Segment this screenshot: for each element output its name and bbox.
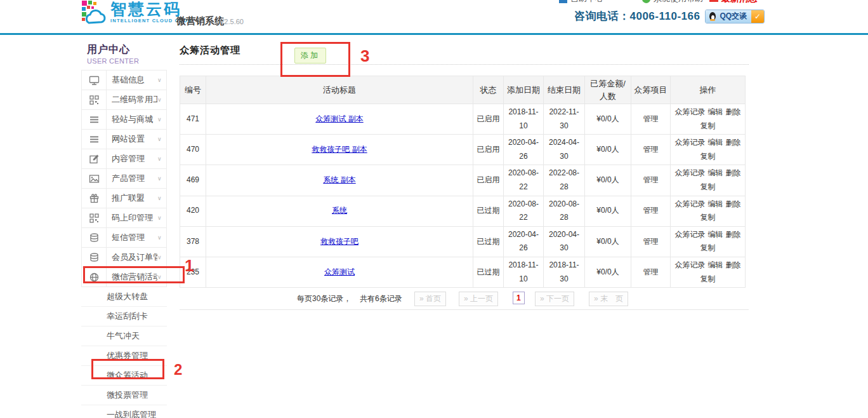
copy-link[interactable]: 复制: [700, 274, 716, 283]
sidebar-subtitle: USER CENTER: [87, 57, 161, 65]
manage-link[interactable]: 管理: [643, 175, 659, 184]
sidebar-item-print-mgmt[interactable]: 码上印管理 ∨: [81, 208, 167, 228]
activity-title-link[interactable]: 众筹测试 副本: [315, 114, 363, 123]
table-row: 471 众筹测试 副本 已启用 2018-11-10 2022-11-30 ¥0…: [180, 104, 746, 135]
cell-added-date: 2020-08-22: [504, 196, 544, 226]
sidebar-item-site-settings[interactable]: 网站设置 ∨: [81, 130, 167, 149]
sidebar-item-product-mgmt[interactable]: 产品管理 ∨: [81, 169, 167, 189]
sidebar-item-lite-site-mall[interactable]: 轻站与商城 ∨: [81, 110, 167, 130]
delete-link[interactable]: 删除: [726, 107, 741, 116]
sidebar-item-content-mgmt[interactable]: 内容管理 ∨: [81, 149, 167, 169]
monitor-icon: [82, 71, 107, 90]
sidebar-item-label: 码上印管理: [107, 208, 157, 227]
last-page-button[interactable]: » 末 页: [589, 292, 628, 306]
activity-title-link[interactable]: 系统 副本: [323, 175, 355, 184]
table-row: 378 救救孩子吧 已过期 2020-04-26 2020-04-30 ¥0/0…: [180, 226, 746, 257]
activity-title-link[interactable]: 系统: [332, 206, 347, 215]
records-link[interactable]: 众筹记录: [675, 199, 706, 208]
chevron-down-icon: ∨: [157, 71, 166, 90]
sidebar-item-basic-info[interactable]: 基础信息 ∨: [81, 71, 167, 90]
activity-title-link[interactable]: 众筹测试: [324, 267, 355, 276]
sidebar-subitem-micro-crowdfunding[interactable]: 微众筹活动: [81, 366, 167, 386]
sidebar-subitem-quiz-mgmt[interactable]: 一战到底管理: [81, 405, 167, 418]
subitem-label: 优惠券管理: [107, 350, 148, 361]
cell-amount: ¥0/0人: [585, 257, 631, 287]
sidebar-item-label: 微信营销活动管: [107, 267, 157, 287]
col-header-id: 编号: [180, 76, 206, 104]
sidebar-item-affiliate[interactable]: 推广联盟 ∨: [81, 189, 167, 208]
cell-id: 378: [180, 226, 206, 257]
current-page-button[interactable]: 1: [513, 292, 525, 304]
table-row: 469 系统 副本 已启用 2020-08-22 2022-08-28 ¥0/0…: [180, 165, 746, 196]
manage-link[interactable]: 管理: [643, 267, 659, 276]
manage-link[interactable]: 管理: [643, 237, 659, 246]
sidebar-item-sms-mgmt[interactable]: 短信管理 ∨: [81, 228, 167, 248]
qq-chat-button[interactable]: QQ交谈 ✓: [705, 10, 765, 24]
next-page-button[interactable]: » 下一页: [535, 292, 574, 306]
activity-title-link[interactable]: 救救孩子吧 副本: [312, 145, 367, 154]
cell-id: 470: [180, 135, 206, 165]
sidebar-subitem-micro-voting[interactable]: 微投票管理: [81, 386, 167, 405]
subitem-label: 幸运刮刮卡: [107, 311, 148, 322]
records-link[interactable]: 众筹记录: [675, 138, 706, 147]
subitem-label: 牛气冲天: [107, 330, 140, 342]
cell-end-date: 2018-11-30: [544, 257, 585, 287]
records-link[interactable]: 众筹记录: [675, 260, 706, 269]
page: 自助中心 系统使用帮助 最新消息: [0, 0, 868, 418]
sidebar-item-wechat-marketing[interactable]: 微信营销活动管 ∨: [81, 267, 167, 287]
prev-page-button[interactable]: » 上一页: [459, 292, 498, 306]
add-button[interactable]: 添加: [294, 48, 326, 64]
delete-link[interactable]: 删除: [726, 230, 741, 239]
qr-code-icon: [82, 90, 107, 109]
annotation-number-2: 2: [174, 361, 182, 379]
records-link[interactable]: 众筹记录: [675, 168, 706, 177]
delete-link[interactable]: 删除: [726, 168, 741, 177]
cell-amount: ¥0/0人: [585, 135, 631, 165]
edit-link[interactable]: 编辑: [708, 199, 723, 208]
manage-link[interactable]: 管理: [643, 206, 659, 215]
delete-link[interactable]: 删除: [726, 260, 741, 269]
cell-amount: ¥0/0人: [585, 196, 631, 226]
delete-link[interactable]: 删除: [726, 199, 741, 208]
list-icon: [82, 130, 107, 149]
sidebar-subitem-coupon-mgmt[interactable]: 优惠券管理: [81, 346, 167, 366]
delete-link[interactable]: 删除: [726, 138, 741, 147]
globe-icon: [82, 267, 107, 287]
sidebar-menu: 基础信息 ∨ 二维码常用工具 ∨ 轻站与商城 ∨: [81, 70, 167, 418]
cell-id: 469: [180, 165, 206, 196]
total-records-label: 共有6条记录: [360, 293, 402, 304]
copy-link[interactable]: 复制: [700, 243, 716, 252]
manage-link[interactable]: 管理: [643, 145, 659, 154]
records-link[interactable]: 众筹记录: [675, 230, 706, 239]
col-header-end: 结束日期: [544, 76, 585, 104]
cell-status: 已过期: [473, 257, 504, 287]
sidebar-subitem-big-wheel[interactable]: 超级大转盘: [81, 287, 167, 307]
chevron-down-icon: ∨: [157, 189, 166, 208]
edit-link[interactable]: 编辑: [708, 107, 723, 116]
table-row: 420 系统 已过期 2020-08-22 2020-08-28 ¥0/0人 管…: [180, 196, 746, 226]
edit-link[interactable]: 编辑: [708, 260, 723, 269]
cell-id: 235: [180, 257, 206, 287]
cell-added-date: 2020-04-26: [504, 226, 544, 257]
dotted-divider: [180, 64, 749, 65]
sidebar-item-member-order-mgmt[interactable]: 会员及订单管理 ∨: [81, 248, 167, 267]
records-link[interactable]: 众筹记录: [675, 107, 706, 116]
cell-added-date: 2020-04-26: [504, 135, 544, 165]
sidebar-subitem-scratch-card[interactable]: 幸运刮刮卡: [81, 307, 167, 327]
copy-link[interactable]: 复制: [700, 121, 716, 130]
sidebar-item-qr-tools[interactable]: 二维码常用工具 ∨: [81, 90, 167, 110]
activity-title-link[interactable]: 救救孩子吧: [320, 237, 358, 246]
copy-link[interactable]: 复制: [700, 213, 716, 222]
edit-link[interactable]: 编辑: [708, 138, 723, 147]
sidebar-item-label: 产品管理: [107, 169, 157, 188]
first-page-button[interactable]: » 首页: [414, 292, 446, 306]
subitem-label: 一战到底管理: [107, 409, 156, 418]
copy-link[interactable]: 复制: [700, 152, 716, 161]
edit-link[interactable]: 编辑: [708, 168, 723, 177]
col-header-project: 众筹项目: [631, 76, 671, 104]
sidebar-subitem-bullish[interactable]: 牛气冲天: [81, 327, 167, 346]
manage-link[interactable]: 管理: [643, 114, 659, 123]
copy-link[interactable]: 复制: [700, 182, 716, 191]
cell-added-date: 2018-11-10: [504, 104, 544, 135]
edit-link[interactable]: 编辑: [708, 230, 723, 239]
